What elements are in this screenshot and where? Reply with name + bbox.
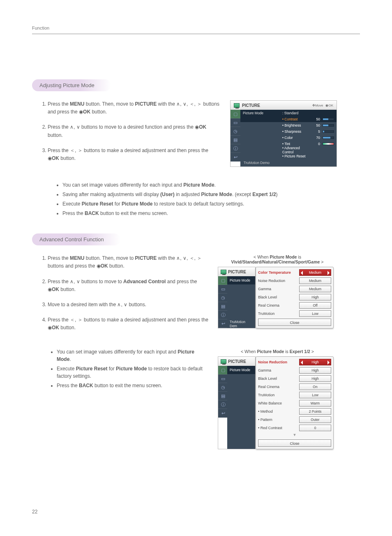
- step-item: Press the ＜, ＞ buttons to make a desired…: [48, 316, 209, 332]
- adv-option-row[interactable]: • PatternOuter: [258, 416, 331, 423]
- osd-side-icons: ▢ ▭ ◷ ▤ ⓘ ↩: [231, 110, 240, 166]
- picture-mode-row[interactable]: Picture Mode: [227, 276, 255, 284]
- adv-option-row[interactable]: Noise ReductionHigh: [258, 359, 331, 365]
- tv-icon: [221, 270, 226, 274]
- osd-text-row[interactable]: • Picture Reset: [240, 153, 337, 159]
- picture-tab-icon[interactable]: ▢: [218, 276, 228, 285]
- note-item: You can set image values differently for…: [57, 348, 209, 363]
- adv-option-row[interactable]: Black LevelHigh: [258, 375, 331, 382]
- adv-left-panel: PICTURE ▢ ▭ ◷ ▤ ⓘ ↩ Picture Mode TruMoti…: [218, 267, 256, 328]
- osd-picture-panel: PICTURE ✥Move ◉OK ▢ ▭ ◷ ▤ ⓘ ↩ Picture Mo…: [230, 100, 337, 167]
- picture-mode-row[interactable]: Picture Mode: Standard: [240, 110, 337, 116]
- adjusting-steps: Press the MENU button. Then, move to PIC…: [32, 100, 221, 162]
- option-tab-icon[interactable]: ▤: [218, 302, 228, 311]
- time-tab-icon[interactable]: ◷: [231, 127, 240, 136]
- osd-title: PICTURE: [242, 103, 260, 108]
- header-divider: [32, 34, 360, 34]
- adv-option-row[interactable]: • Method2 Points: [258, 408, 331, 415]
- exit-tab-icon[interactable]: ↩: [218, 409, 228, 418]
- adv-option-row[interactable]: • Red Contrast0: [258, 425, 331, 431]
- osd-footer[interactable]: TruMotion Demo: [240, 159, 337, 166]
- close-button[interactable]: Close: [258, 319, 331, 326]
- screen-tab-icon[interactable]: ▭: [231, 118, 240, 127]
- adv-option-row[interactable]: TruMotionLow: [258, 392, 331, 398]
- osd-slider-row[interactable]: • Brightness50: [240, 122, 337, 128]
- caption-standard: < When Picture Mode is Vivid/Standard/Na…: [218, 254, 337, 264]
- adv-option-row[interactable]: TruMotionLow: [258, 310, 331, 317]
- page-number: 22: [32, 509, 37, 515]
- close-button[interactable]: Close: [258, 439, 331, 447]
- adv-option-row[interactable]: Real CinemaOff: [258, 302, 331, 309]
- picture-tab-icon[interactable]: ▢: [231, 110, 240, 118]
- option-tab-icon[interactable]: ▤: [218, 392, 228, 400]
- adv-option-row[interactable]: White BalanceWarm: [258, 400, 331, 407]
- option-tab-icon[interactable]: ▤: [231, 136, 240, 144]
- note-item: Press the BACK button to exit the menu s…: [57, 382, 209, 389]
- step-item: Press the ∧, ∨ buttons to move to Advanc…: [48, 278, 209, 293]
- step-item: Press the MENU button. Then, move to PIC…: [48, 254, 209, 270]
- advanced-panel-standard: PICTURE ▢ ▭ ◷ ▤ ⓘ ↩ Picture Mode TruMoti…: [218, 267, 334, 328]
- note-item: Press the BACK button to exit the menu s…: [62, 210, 360, 217]
- time-tab-icon[interactable]: ◷: [218, 383, 228, 392]
- step-item: Press the MENU button. Then, move to PIC…: [48, 100, 221, 116]
- adv-option-row[interactable]: GammaMedium: [258, 286, 331, 292]
- caption-expert: < When Picture Mode is Expert 1/2 >: [218, 349, 337, 354]
- section-title-advanced: Advanced Control Function: [32, 233, 120, 245]
- advanced-notes: You can set image values differently for…: [32, 348, 209, 389]
- note-item: Execute Picture Reset for Picture Mode t…: [57, 365, 209, 380]
- info-tab-icon[interactable]: ⓘ: [218, 311, 228, 319]
- note-item: Execute Picture Reset for Picture Mode t…: [62, 200, 360, 208]
- note-item: Saving after making adjustments will dis…: [62, 191, 360, 198]
- adv-left-panel: PICTURE ▢ ▭ ◷ ▤ ⓘ ↩ Picture Mode: [218, 356, 256, 449]
- tv-icon: [234, 103, 240, 108]
- section-title-adjusting: Adjusting Picture Mode: [32, 79, 111, 91]
- step-item: Press the ∧, ∨ buttons to move to a desi…: [48, 123, 221, 139]
- adv-option-row[interactable]: Black LevelHigh: [258, 294, 331, 300]
- adv-right-panel: Color TemperatureMediumNoise ReductionMe…: [256, 267, 334, 328]
- adjusting-notes: You can set image values differently for…: [32, 181, 360, 217]
- exit-tab-icon[interactable]: ↩: [231, 153, 240, 162]
- picture-tab-icon[interactable]: ▢: [218, 366, 228, 374]
- osd-titlebar: PICTURE ✥Move ◉OK: [231, 101, 337, 110]
- adv-option-row[interactable]: Color TemperatureMedium: [258, 269, 331, 276]
- note-item: You can set image values differently for…: [62, 181, 360, 189]
- adv-option-row[interactable]: GammaHigh: [258, 367, 331, 374]
- exit-tab-icon[interactable]: ↩: [218, 319, 228, 328]
- header-section-label: Function: [32, 25, 360, 30]
- tv-icon: [221, 359, 226, 364]
- step-item: Move to a desired item with the ∧, ∨ but…: [48, 301, 209, 309]
- step-item: Press the ＜, ＞ buttons to make a desired…: [48, 147, 221, 162]
- trumotion-demo-row[interactable]: TruMotion Dem: [227, 320, 255, 328]
- adv-right-panel: Noise ReductionHighGammaHighBlack LevelH…: [256, 356, 334, 449]
- osd-hint-move: ✥Move: [312, 104, 323, 107]
- osd-slider-row[interactable]: • Contrast50: [240, 116, 337, 122]
- info-tab-icon[interactable]: ⓘ: [218, 400, 228, 409]
- advanced-steps: Press the MENU button. Then, move to PIC…: [32, 254, 209, 332]
- adv-option-row[interactable]: Real CinemaOn: [258, 384, 331, 390]
- info-tab-icon[interactable]: ⓘ: [231, 144, 240, 153]
- osd-slider-row[interactable]: • Sharpness5: [240, 128, 337, 134]
- picture-mode-row[interactable]: Picture Mode: [227, 366, 255, 374]
- advanced-panel-expert: PICTURE ▢ ▭ ◷ ▤ ⓘ ↩ Picture Mode: [218, 356, 334, 449]
- screen-tab-icon[interactable]: ▭: [218, 374, 228, 383]
- adv-option-row[interactable]: Noise ReductionMedium: [258, 277, 331, 284]
- osd-text-row[interactable]: • Advanced Control: [240, 147, 337, 153]
- scroll-down-icon[interactable]: ▼: [258, 433, 331, 438]
- time-tab-icon[interactable]: ◷: [218, 293, 228, 302]
- osd-slider-row[interactable]: • Color70: [240, 134, 337, 141]
- osd-hint-ok: ◉OK: [325, 104, 333, 107]
- screen-tab-icon[interactable]: ▭: [218, 285, 228, 293]
